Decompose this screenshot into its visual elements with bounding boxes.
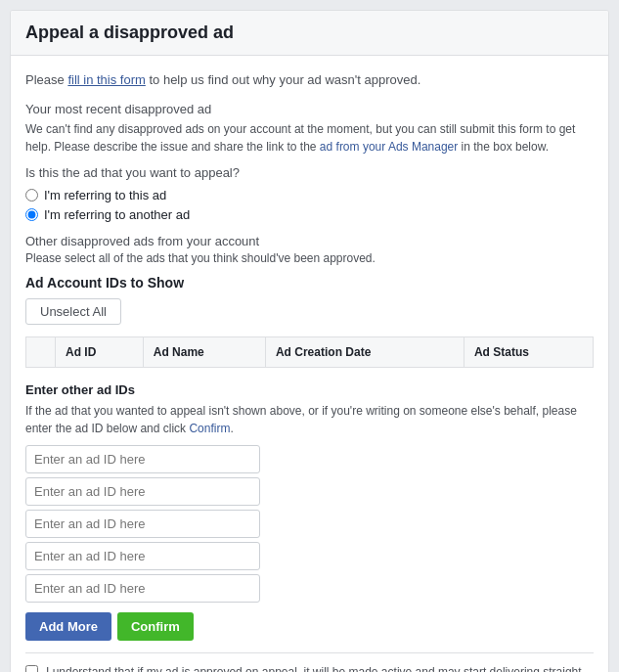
col-ad-name: Ad Name [143,336,265,367]
most-recent-text: We can't find any disapproved ads on you… [25,120,594,156]
enter-other-label: Enter other ad IDs [25,382,594,397]
table-head: Ad ID Ad Name Ad Creation Date Ad Status [26,336,594,367]
appeal-question-label: Is this the ad that you want to appeal? [25,165,594,180]
radio-this-ad[interactable] [25,189,38,202]
ad-id-input-3[interactable] [25,510,260,538]
understand-text: I understand that if my ad is approved o… [46,663,594,673]
other-disapproved-text: Please select all of the ads that you th… [25,251,594,265]
ad-id-input-2[interactable] [25,477,260,506]
col-ad-creation-date: Ad Creation Date [265,336,464,367]
radio-option-this-ad[interactable]: I'm referring to this ad [25,188,594,202]
button-row: Add More Confirm [25,612,594,641]
add-more-button[interactable]: Add More [25,612,111,641]
intro-link[interactable]: fill in this form [67,72,145,87]
col-ad-status: Ad Status [464,336,593,367]
ads-table: Ad ID Ad Name Ad Creation Date Ad Status [25,336,594,368]
understand-row: I understand that if my ad is approved o… [25,652,594,673]
ad-id-input-4[interactable] [25,542,260,570]
confirm-button[interactable]: Confirm [117,612,194,641]
ad-id-input-1[interactable] [25,445,260,473]
most-recent-label: Your most recent disapproved ad [25,102,594,116]
enter-other-text: If the ad that you wanted to appeal isn'… [25,402,594,437]
confirm-link[interactable]: Confirm [189,422,230,435]
col-ad-id: Ad ID [56,336,144,367]
col-checkbox [26,336,56,367]
understand-checkbox[interactable] [25,665,38,673]
radio-group: I'm referring to this ad I'm referring t… [25,188,594,222]
main-card: Appeal a disapproved ad Please fill in t… [10,10,609,672]
ad-id-inputs-container [25,445,594,603]
radio-option-another-ad[interactable]: I'm referring to another ad [25,207,594,222]
page-title: Appeal a disapproved ad [25,22,594,43]
card-header: Appeal a disapproved ad [11,11,608,56]
ads-manager-link[interactable]: ad from your Ads Manager [320,140,458,154]
unselect-all-button[interactable]: Unselect All [25,298,121,325]
intro-text: Please fill in this form to help us find… [25,70,594,90]
table-header-row: Ad ID Ad Name Ad Creation Date Ad Status [26,336,594,367]
card-body: Please fill in this form to help us find… [11,56,608,672]
account-ids-label: Ad Account IDs to Show [25,275,594,291]
ad-id-input-5[interactable] [25,574,260,603]
radio-another-ad[interactable] [25,208,38,221]
other-disapproved-label: Other disapproved ads from your account [25,234,594,248]
